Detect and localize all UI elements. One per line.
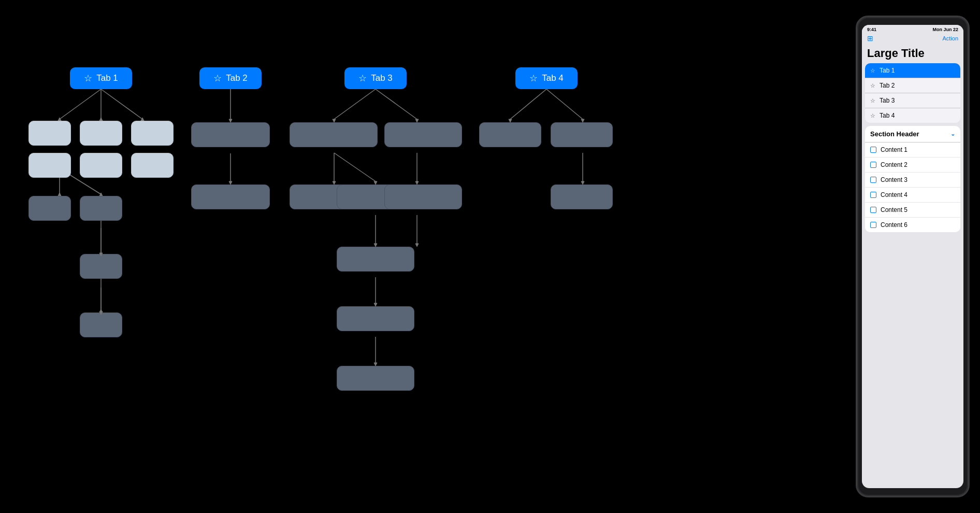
tab2-r1c1	[191, 122, 270, 147]
tab3-r4c1	[337, 306, 414, 331]
sidebar-item-tab2[interactable]: ☆ Tab 2	[865, 78, 960, 93]
star-icon-3: ☆	[358, 73, 367, 84]
section-content-item-3[interactable]: Content 3	[865, 173, 960, 188]
tab2-tree: ☆ Tab 2	[184, 62, 277, 383]
sidebar-item-tab4-label: Tab 4	[880, 112, 895, 119]
tab1-label: Tab 1	[96, 73, 118, 83]
tab3-r1c2	[384, 122, 462, 147]
tab1-r1c1	[28, 121, 71, 146]
tab1-r2c1	[28, 153, 71, 178]
large-title: Large Title	[862, 45, 963, 63]
status-time: 9:41	[867, 27, 876, 32]
tab1-r2c2	[80, 153, 122, 178]
tab2-label: Tab 2	[226, 73, 248, 83]
content-icon-4	[870, 192, 876, 198]
tab4-r2c1	[551, 184, 613, 209]
svg-marker-35	[415, 244, 419, 247]
tab1-r1c3	[131, 121, 174, 146]
section-content-label-6: Content 6	[881, 221, 907, 229]
tab3-r5c1	[337, 366, 414, 391]
chevron-down-icon: ⌄	[950, 131, 955, 137]
star-icon-s4: ☆	[870, 112, 875, 119]
content-icon-1	[870, 147, 876, 153]
star-icon: ☆	[84, 73, 92, 84]
star-icon-2: ☆	[213, 73, 222, 84]
star-icon-s3: ☆	[870, 97, 875, 104]
tab4-r1c2	[551, 122, 613, 147]
nav-bar: ⊞ Action	[862, 33, 963, 45]
tab4-tree: ☆ Tab 4	[474, 62, 619, 321]
ipad-screen: 9:41 Mon Jun 22 ⊞ Action Large Title ☆ T…	[862, 25, 963, 488]
section-content-label-4: Content 4	[881, 191, 907, 198]
tab3-root[interactable]: ☆ Tab 3	[344, 67, 407, 89]
tab1-r2c3	[131, 153, 174, 178]
tab1-tree: ☆ Tab 1	[23, 62, 179, 383]
star-icon-s1: ☆	[870, 67, 875, 74]
status-date: Mon Jun 22	[932, 27, 958, 32]
tab1-r1c2	[80, 121, 122, 146]
content-icon-6	[870, 222, 876, 228]
section-content-item-6[interactable]: Content 6	[865, 218, 960, 232]
tab4-r1c1	[479, 122, 541, 147]
sidebar-item-tab3[interactable]: ☆ Tab 3	[865, 93, 960, 108]
section-header-row[interactable]: Section Header ⌄	[865, 126, 960, 142]
svg-line-4	[101, 89, 142, 119]
tab1-r4c1	[80, 254, 122, 279]
svg-line-28	[334, 153, 376, 181]
svg-line-42	[546, 89, 583, 119]
section-header-label: Section Header	[870, 130, 919, 138]
status-bar: 9:41 Mon Jun 22	[862, 25, 963, 33]
section-content-label-3: Content 3	[881, 176, 907, 183]
star-icon-4: ☆	[529, 73, 538, 84]
svg-line-0	[60, 89, 101, 119]
section-content-label-1: Content 1	[881, 146, 907, 153]
content-icon-2	[870, 162, 876, 168]
section-content-item-2[interactable]: Content 2	[865, 158, 960, 173]
sidebar-list: ☆ Tab 1 ☆ Tab 2 ☆ Tab 3 ☆ Tab 4	[865, 63, 960, 123]
tab3-r2c3	[384, 184, 462, 209]
content-icon-5	[870, 207, 876, 213]
svg-line-24	[376, 89, 417, 119]
tab1-r3c2	[80, 196, 122, 221]
section-content-item-5[interactable]: Content 5	[865, 203, 960, 218]
sidebar-item-tab2-label: Tab 2	[880, 82, 895, 89]
section-content-label-2: Content 2	[881, 161, 907, 168]
sidebar-toggle-icon[interactable]: ⊞	[867, 34, 873, 42]
svg-line-40	[510, 89, 546, 119]
tab1-r3c1	[28, 196, 71, 221]
tab3-tree: ☆ Tab 3	[282, 62, 469, 425]
tab4-root[interactable]: ☆ Tab 4	[515, 67, 578, 89]
section-dropdown: Section Header ⌄ Content 1 Content 2 Con…	[865, 126, 960, 232]
ipad-mockup: 9:41 Mon Jun 22 ⊞ Action Large Title ☆ T…	[856, 16, 970, 497]
section-content-item-4[interactable]: Content 4	[865, 188, 960, 203]
content-icon-3	[870, 177, 876, 183]
tab2-root[interactable]: ☆ Tab 2	[199, 67, 262, 89]
tab1-root[interactable]: ☆ Tab 1	[70, 67, 132, 89]
tab2-r2c1	[191, 184, 270, 209]
svg-line-22	[334, 89, 376, 119]
diagram-area: ☆ Tab 1	[0, 0, 642, 513]
tab1-r5c1	[80, 312, 122, 337]
star-icon-s2: ☆	[870, 82, 875, 89]
tab3-label: Tab 3	[371, 73, 393, 83]
sidebar-item-tab1-label: Tab 1	[880, 67, 895, 74]
sidebar-item-tab1[interactable]: ☆ Tab 1	[865, 63, 960, 78]
section-content-label-5: Content 5	[881, 206, 907, 213]
tab4-label: Tab 4	[542, 73, 564, 83]
tab3-r1c1	[290, 122, 378, 147]
tab3-r3c1	[337, 247, 414, 272]
section-content-item-1[interactable]: Content 1	[865, 142, 960, 158]
action-button[interactable]: Action	[942, 35, 958, 41]
sidebar-item-tab3-label: Tab 3	[880, 97, 895, 104]
sidebar-item-tab4[interactable]: ☆ Tab 4	[865, 108, 960, 123]
